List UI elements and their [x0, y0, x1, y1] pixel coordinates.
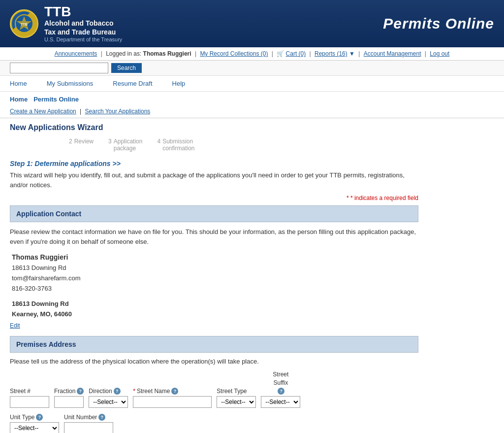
street-suffix-select[interactable]: --Select--	[261, 396, 300, 408]
required-star: *	[346, 195, 349, 201]
breadcrumb: Home Permits Online	[0, 92, 504, 107]
required-note: * * indicates a required field	[10, 195, 418, 201]
street-suffix-label: Street	[273, 371, 288, 378]
my-submissions-link[interactable]: My Submissions	[47, 80, 94, 87]
contact-description: Please review the contact information we…	[10, 227, 418, 246]
fraction-group: Fraction ?	[54, 388, 84, 408]
logo: TTB	[10, 9, 38, 38]
breadcrumb-permits-online[interactable]: Permits Online	[33, 96, 79, 103]
unit-type-help-icon[interactable]: ?	[36, 414, 43, 421]
address-form-row-2: Unit Type ? --Select-- Unit Number ?	[10, 414, 418, 433]
agency-name: Alcohol and TobaccoTax and Trade Bureau	[44, 19, 122, 36]
help-link[interactable]: Help	[172, 80, 186, 87]
street-name-group: * Street Name ?	[133, 388, 212, 408]
breadcrumb-home[interactable]: Home	[10, 96, 28, 103]
step-heading: Step 1: Determine applications >>	[10, 160, 418, 167]
announcements-link[interactable]: Announcements	[55, 50, 97, 57]
contact-phone: 816-320-3763	[12, 284, 418, 294]
search-applications-link[interactable]: Search Your Applications	[85, 108, 151, 115]
unit-number-help-icon[interactable]: ?	[98, 414, 105, 421]
cart-link[interactable]: Cart (0)	[286, 50, 306, 57]
account-management-link[interactable]: Account Management	[364, 50, 421, 57]
reports-dropdown-icon[interactable]: ▼	[349, 50, 355, 57]
header: TTB TTB Alcohol and TobaccoTax and Trade…	[0, 0, 504, 47]
premises-description: Please tell us the address of the physic…	[10, 358, 418, 365]
search-input[interactable]	[10, 63, 108, 73]
create-new-application-link[interactable]: Create a New Application	[10, 108, 76, 115]
contact-info-block: Thomas Ruggieri 18613 Downing Rd tom@fai…	[10, 253, 418, 319]
agency-sub: U.S. Department of the Treasury	[44, 36, 122, 42]
direction-label: Direction	[89, 388, 112, 395]
premises-address-header: Premises Address	[10, 336, 418, 353]
page-title: New Applications Wizard	[10, 123, 418, 132]
unit-type-select[interactable]: --Select--	[10, 422, 59, 433]
ttb-label: TTB	[44, 5, 122, 19]
fraction-input[interactable]	[54, 396, 84, 408]
log-out-link[interactable]: Log out	[430, 50, 449, 57]
resume-draft-link[interactable]: Resume Draft	[113, 80, 152, 87]
sub-nav: Create a New Application | Search Your A…	[0, 107, 504, 118]
svg-text:TTB: TTB	[21, 23, 28, 26]
address-form-row-1: Street # Fraction ? Direction ? --Select…	[10, 371, 418, 408]
search-button[interactable]: Search	[111, 63, 142, 73]
street-suffix-help-icon[interactable]: ?	[278, 388, 284, 395]
unit-type-label: Unit Type	[10, 414, 34, 421]
fraction-help-icon[interactable]: ?	[77, 388, 84, 395]
my-record-collections-link[interactable]: My Record Collections (0)	[200, 50, 268, 57]
street-suffix-label2: Suffix	[273, 379, 288, 386]
cart-icon: 🛒	[277, 50, 284, 57]
direction-select[interactable]: --Select-- N S E W NE NW SE SW	[89, 396, 128, 408]
wizard-step-4: 4 Submission confirmation	[157, 138, 194, 152]
reports-link[interactable]: Reports (16)	[315, 50, 347, 57]
street-num-input[interactable]	[10, 396, 49, 408]
contact-name: Thomas Ruggieri	[12, 253, 418, 261]
unit-number-label: Unit Number	[64, 414, 97, 421]
street-name-label: Street Name	[137, 388, 170, 395]
contact-bold-address: 18613 Downing Rd Kearney, MO, 64060	[12, 299, 418, 320]
wizard-step-3: 3 Application package	[108, 138, 142, 152]
home-nav-link[interactable]: Home	[10, 80, 27, 87]
required-star-street: *	[133, 388, 135, 395]
street-suffix-group: Street Suffix ? --Select--	[261, 371, 300, 408]
step-description: This wizard will help you identify, fill…	[10, 170, 418, 190]
edit-link[interactable]: Edit	[10, 322, 418, 329]
street-num-label: Street #	[10, 388, 31, 395]
site-title: Permits Online	[383, 15, 494, 32]
direction-group: Direction ? --Select-- N S E W NE NW SE …	[89, 388, 128, 408]
street-name-help-icon[interactable]: ?	[171, 388, 178, 395]
street-type-label: Street Type	[217, 388, 247, 395]
contact-address-line1: 18613 Downing Rd	[12, 263, 418, 273]
logged-in-prefix: Logged in as:	[106, 50, 141, 57]
unit-number-group: Unit Number ?	[64, 414, 113, 433]
unit-type-group: Unit Type ? --Select--	[10, 414, 59, 433]
wizard-steps: 2 Review 3 Application package 4 Submiss…	[69, 138, 418, 152]
contact-email: tom@fairsharefarm.com	[12, 273, 418, 284]
street-type-group: Street Type --Select--	[217, 388, 256, 408]
wizard-step-2: 2 Review	[69, 138, 94, 145]
street-type-select[interactable]: --Select--	[217, 396, 256, 408]
unit-number-input[interactable]	[64, 422, 113, 433]
user-name: Thomas Ruggieri	[143, 50, 191, 57]
top-nav: Announcements | Logged in as: Thomas Rug…	[0, 47, 504, 61]
street-name-input[interactable]	[133, 396, 212, 408]
street-num-group: Street #	[10, 388, 49, 408]
main-nav: Home My Submissions Resume Draft Help	[0, 76, 504, 92]
application-contact-header: Application Contact	[10, 205, 418, 222]
fraction-label: Fraction	[54, 388, 75, 395]
direction-help-icon[interactable]: ?	[114, 388, 121, 395]
